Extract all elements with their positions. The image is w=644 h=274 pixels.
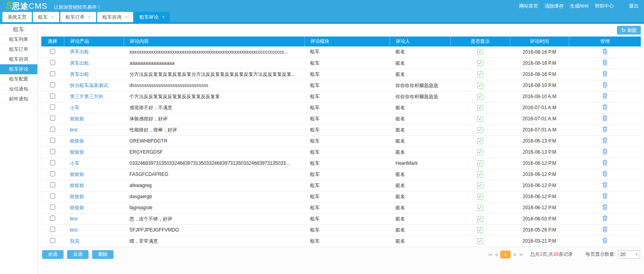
product-link[interactable]: 拆分租车蔬菜测试 — [70, 83, 108, 88]
visible-check-icon[interactable]: ✓ — [477, 227, 483, 233]
trash-icon[interactable] — [602, 149, 607, 154]
top-link-generate-html[interactable]: 生成html — [570, 3, 588, 10]
row-checkbox[interactable] — [50, 93, 55, 98]
sidebar-item-sms-notify[interactable]: 短信通知 — [0, 84, 37, 94]
product-link[interactable]: 烦烦烦 — [70, 149, 84, 155]
visible-check-icon[interactable]: ✓ — [477, 49, 483, 55]
visible-check-icon[interactable]: ✓ — [477, 149, 483, 155]
product-link[interactable]: test — [70, 216, 77, 222]
product-link[interactable]: 小车 — [70, 105, 79, 110]
sidebar-item-car-inquiry[interactable]: 租车咨询 — [0, 54, 37, 64]
trash-icon[interactable] — [602, 215, 607, 221]
product-link[interactable]: 烦烦烦 — [70, 194, 84, 199]
trash-icon[interactable] — [602, 226, 607, 232]
visible-check-icon[interactable]: ✓ — [477, 71, 483, 77]
row-checkbox[interactable] — [50, 71, 55, 76]
visible-check-icon[interactable]: ✓ — [477, 160, 483, 166]
trash-icon[interactable] — [602, 71, 607, 77]
last-page-icon[interactable]: ▶| — [520, 252, 523, 257]
row-checkbox[interactable] — [50, 138, 55, 143]
visible-check-icon[interactable]: ✓ — [477, 172, 483, 178]
per-page-select[interactable]: 20 ▾ — [618, 250, 640, 259]
next-page-icon[interactable]: ▶ — [514, 252, 517, 257]
row-checkbox[interactable] — [50, 127, 55, 132]
row-checkbox[interactable] — [50, 116, 55, 121]
top-link-clear-cache[interactable]: 清除缓存 — [544, 3, 563, 10]
prev-page-icon[interactable]: ◀ — [495, 252, 497, 257]
tab-close-icon[interactable]: × — [125, 14, 128, 20]
product-link[interactable]: 房车出租 — [70, 49, 89, 54]
visible-check-icon[interactable]: ✓ — [477, 83, 483, 89]
trash-icon[interactable] — [602, 193, 607, 199]
sidebar-item-car-orders[interactable]: 租车订单 — [0, 44, 37, 54]
row-checkbox[interactable] — [50, 193, 55, 199]
top-link-site-home[interactable]: 网站首页 — [519, 3, 538, 10]
trash-icon[interactable] — [602, 204, 607, 210]
trash-icon[interactable] — [602, 48, 607, 54]
tab-close-icon[interactable]: × — [51, 14, 54, 20]
visible-check-icon[interactable]: ✓ — [477, 94, 483, 100]
trash-icon[interactable] — [602, 171, 607, 177]
trash-icon[interactable] — [602, 126, 607, 132]
visible-check-icon[interactable]: ✓ — [477, 105, 483, 111]
sidebar-item-email-notify[interactable]: 邮件通知 — [0, 94, 37, 104]
sidebar-item-car-list[interactable]: 租车列表 — [0, 35, 37, 44]
visible-check-icon[interactable]: ✓ — [477, 238, 483, 244]
visible-check-icon[interactable]: ✓ — [477, 205, 483, 211]
visible-check-icon[interactable]: ✓ — [477, 216, 483, 222]
product-link[interactable]: 房车出租 — [70, 60, 89, 66]
row-checkbox[interactable] — [50, 104, 55, 110]
sidebar-item-car-comments[interactable]: 租车评论 — [0, 64, 37, 74]
visible-check-icon[interactable]: ✓ — [477, 138, 483, 144]
row-checkbox[interactable] — [50, 238, 55, 243]
tab-car-inquiry[interactable]: 租车咨询× — [97, 12, 133, 22]
top-link-help-center[interactable]: 帮助中心 — [595, 3, 614, 10]
row-checkbox[interactable] — [50, 227, 55, 232]
row-checkbox[interactable] — [50, 171, 55, 176]
trash-icon[interactable] — [602, 60, 607, 66]
tab-system-home[interactable]: 系统主页 — [2, 12, 32, 22]
row-checkbox[interactable] — [50, 82, 55, 87]
sidebar-item-car-config[interactable]: 租车配置 — [0, 74, 37, 84]
product-link[interactable]: 烦烦烦 — [70, 138, 84, 144]
tab-car-rental[interactable]: 租车× — [33, 12, 59, 22]
invert-selection-button[interactable]: 反选 — [67, 250, 89, 259]
visible-check-icon[interactable]: ✓ — [477, 127, 483, 133]
product-link[interactable]: 烦烦烦 — [70, 205, 84, 210]
trash-icon[interactable] — [602, 82, 607, 88]
first-page-icon[interactable]: |◀ — [488, 252, 491, 257]
top-link-logout[interactable]: 退出 — [629, 3, 638, 10]
product-link[interactable]: 小车 — [70, 160, 79, 166]
trash-icon[interactable] — [602, 182, 607, 188]
tab-car-orders[interactable]: 租车订单× — [60, 12, 96, 22]
trash-icon[interactable] — [602, 93, 607, 99]
tab-close-icon[interactable]: × — [162, 14, 165, 20]
product-link[interactable]: 房车出租 — [70, 71, 89, 77]
row-checkbox[interactable] — [50, 216, 55, 221]
row-checkbox[interactable] — [50, 149, 55, 154]
product-link[interactable]: test — [70, 127, 77, 133]
row-checkbox[interactable] — [50, 160, 55, 165]
row-checkbox[interactable] — [50, 49, 55, 54]
visible-check-icon[interactable]: ✓ — [477, 183, 483, 189]
current-page-button[interactable]: 1 — [500, 251, 511, 259]
row-checkbox[interactable] — [50, 60, 55, 65]
product-link[interactable]: test — [70, 227, 77, 233]
row-checkbox[interactable] — [50, 182, 55, 187]
product-link[interactable]: 别克 — [70, 238, 79, 244]
row-checkbox[interactable] — [50, 205, 55, 210]
trash-icon[interactable] — [602, 115, 607, 121]
trash-icon[interactable] — [602, 237, 607, 243]
refresh-button[interactable]: ↻ 刷新 — [617, 26, 641, 35]
trash-icon[interactable] — [602, 137, 607, 143]
trash-icon[interactable] — [602, 104, 607, 110]
product-link[interactable]: 烦烦烦 — [70, 172, 84, 177]
product-link[interactable]: 烦烦烦 — [70, 116, 84, 122]
product-link[interactable]: 第三方第三方的 — [70, 94, 103, 99]
visible-check-icon[interactable]: ✓ — [477, 60, 483, 66]
select-all-button[interactable]: 全选 — [42, 250, 64, 259]
delete-button[interactable]: 删除 — [92, 250, 114, 259]
tab-car-comments[interactable]: 租车评论× — [134, 12, 170, 22]
visible-check-icon[interactable]: ✓ — [477, 194, 483, 200]
tab-close-icon[interactable]: × — [88, 14, 91, 20]
